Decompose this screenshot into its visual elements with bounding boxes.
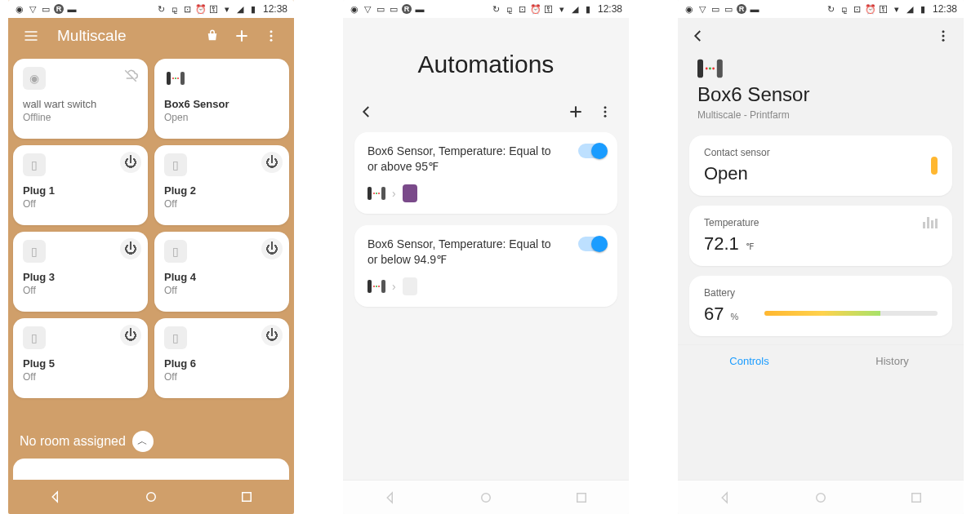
vibrate-icon: ⊡ xyxy=(518,4,528,14)
card-value: 67 % xyxy=(704,304,753,325)
action-icon xyxy=(403,184,417,202)
shield-icon: ▽ xyxy=(28,4,38,14)
battery-icon: ▮ xyxy=(918,4,928,14)
svg-rect-21 xyxy=(911,493,920,502)
app-icon: ▭ xyxy=(41,4,51,14)
add-icon[interactable] xyxy=(567,103,585,121)
plug-icon: ▯ xyxy=(164,326,187,349)
no-room-section[interactable]: No room assigned ︿ xyxy=(8,419,294,459)
bluetooth-icon: ⚼ xyxy=(505,4,514,14)
device-tile[interactable]: ⏻ ▯ Plug 1 Off xyxy=(13,145,148,225)
device-status: Off xyxy=(23,285,138,296)
battery-icon: ▮ xyxy=(248,4,258,14)
status-bar: ◉ ▽ ▭ R ▬ ↻ ⚼ ⊡ ⏰ ⚿ ▾ ◢ ▮ 12:38 xyxy=(8,0,294,18)
tab-history[interactable]: History xyxy=(821,345,964,377)
power-icon[interactable]: ⏻ xyxy=(120,152,141,173)
device-tile[interactable]: Box6 Sensor Open xyxy=(154,59,289,139)
power-icon[interactable]: ⏻ xyxy=(120,238,141,259)
device-tabs: Controls History xyxy=(678,344,964,377)
plug-icon: ▯ xyxy=(23,240,46,263)
power-icon[interactable]: ⏻ xyxy=(261,152,283,173)
device-status: Off xyxy=(164,371,279,383)
back-icon[interactable] xyxy=(689,27,707,45)
svg-rect-16 xyxy=(577,493,586,502)
card-value: 72.1 ℉ xyxy=(704,233,938,255)
wifi-icon: ▾ xyxy=(892,4,902,14)
no-room-label: No room assigned xyxy=(20,434,126,449)
battery-card[interactable]: Battery 67 % xyxy=(689,276,952,336)
toggle-switch[interactable] xyxy=(578,144,606,158)
menu-icon[interactable] xyxy=(23,28,39,44)
plug-icon: ▯ xyxy=(164,240,187,263)
r-icon: R xyxy=(737,4,746,14)
chevron-up-icon[interactable]: ︿ xyxy=(132,431,154,452)
card-label: Battery xyxy=(704,287,938,299)
page-title: Multiscale xyxy=(57,27,198,45)
r-icon: R xyxy=(54,4,64,14)
basket-icon[interactable] xyxy=(204,28,220,44)
automation-list: Box6 Sensor, Temperature: Equal to or ab… xyxy=(343,132,629,307)
device-tile[interactable]: ⏻ ▯ Plug 5 Off xyxy=(13,318,148,398)
device-status: Off xyxy=(164,198,279,210)
clock: 12:38 xyxy=(598,3,622,15)
home-icon[interactable] xyxy=(813,490,828,505)
svg-point-18 xyxy=(942,35,945,38)
card-label: Temperature xyxy=(704,217,938,228)
cloud-off-icon xyxy=(120,65,141,86)
app-bar: Multiscale xyxy=(8,18,294,54)
svg-point-15 xyxy=(482,493,491,502)
app-bar xyxy=(678,18,964,54)
card-icon: ▬ xyxy=(67,4,77,14)
add-icon[interactable] xyxy=(234,28,250,44)
temperature-card[interactable]: Temperature 72.1 ℉ xyxy=(689,206,952,266)
sensor-icon xyxy=(368,187,385,200)
vpn-icon: ⚿ xyxy=(544,4,554,14)
automation-card[interactable]: Box6 Sensor, Temperature: Equal to or be… xyxy=(354,225,617,307)
recent-icon[interactable] xyxy=(909,490,924,505)
device-tile[interactable]: ⏻ ▯ Plug 2 Off xyxy=(154,145,289,225)
sync-icon: ↻ xyxy=(157,4,167,14)
home-icon[interactable] xyxy=(144,490,158,504)
svg-point-19 xyxy=(942,39,945,42)
automation-card[interactable]: Box6 Sensor, Temperature: Equal to or ab… xyxy=(354,132,617,214)
plug-icon: ▯ xyxy=(23,153,46,176)
device-tile[interactable]: ⏻ ▯ Plug 4 Off xyxy=(154,232,289,312)
device-status: Off xyxy=(23,371,138,383)
back-icon[interactable] xyxy=(383,490,398,505)
app-icon: ▭ xyxy=(724,4,733,14)
vibrate-icon: ⊡ xyxy=(183,4,193,14)
svg-point-5 xyxy=(270,30,273,33)
clock: 12:38 xyxy=(933,3,957,15)
toggle-switch[interactable] xyxy=(578,237,606,251)
back-icon[interactable] xyxy=(718,490,733,505)
android-navbar xyxy=(343,480,629,514)
device-tile[interactable]: ◉ wall wart switch Offline xyxy=(13,59,148,139)
app-icon: ▭ xyxy=(710,4,720,14)
sync-icon: ↻ xyxy=(492,4,501,14)
more-icon[interactable] xyxy=(934,27,952,45)
more-icon[interactable] xyxy=(596,103,614,121)
device-tile[interactable]: ⏻ ▯ Plug 3 Off xyxy=(13,232,148,312)
power-icon[interactable]: ⏻ xyxy=(120,325,141,346)
power-icon[interactable]: ⏻ xyxy=(261,325,283,346)
clock: 12:38 xyxy=(263,3,287,15)
power-icon[interactable]: ⏻ xyxy=(261,238,283,259)
svg-point-13 xyxy=(604,111,607,113)
notif-icon: ◉ xyxy=(684,4,694,14)
recent-icon[interactable] xyxy=(239,490,254,504)
alarm-icon: ⏰ xyxy=(531,4,541,14)
contact-card[interactable]: Contact sensor Open xyxy=(689,135,952,196)
back-icon[interactable] xyxy=(48,490,63,504)
alarm-icon: ⏰ xyxy=(196,4,206,14)
tab-controls[interactable]: Controls xyxy=(678,345,821,377)
device-tile[interactable]: ⏻ ▯ Plug 6 Off xyxy=(154,318,289,398)
automation-flow-icons: › xyxy=(368,277,604,295)
action-icon xyxy=(403,277,417,295)
more-icon[interactable] xyxy=(263,28,279,44)
arrow-icon: › xyxy=(392,280,396,293)
device-name: Box6 Sensor xyxy=(164,98,279,110)
automation-title: Box6 Sensor, Temperature: Equal to or ab… xyxy=(368,144,604,175)
back-icon[interactable] xyxy=(358,103,376,121)
home-icon[interactable] xyxy=(479,490,493,505)
recent-icon[interactable] xyxy=(574,490,589,505)
